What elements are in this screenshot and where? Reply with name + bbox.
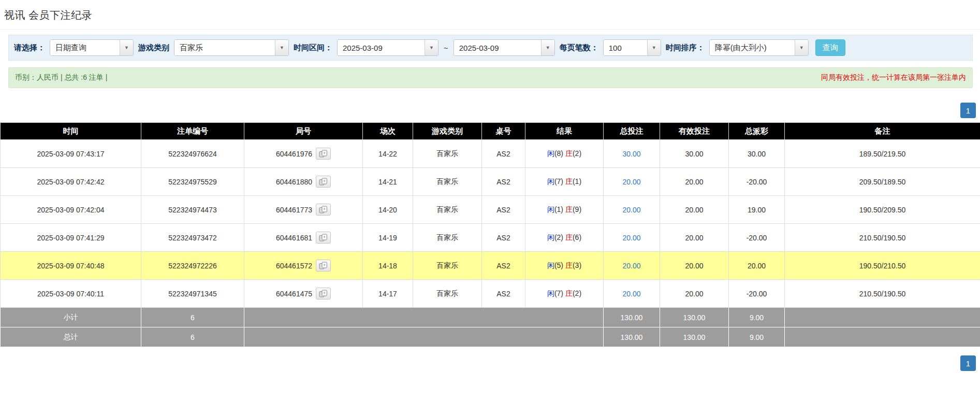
game-type-cell: 百家乐 <box>413 168 482 196</box>
summary-payout-cell: 9.00 <box>729 327 785 347</box>
table-no-cell: AS2 <box>482 168 525 196</box>
game-type-input[interactable] <box>174 40 275 55</box>
player-result-label: 闲 <box>547 233 554 241</box>
time-cell: 2025-03-09 07:40:11 <box>1 280 141 308</box>
game-type-cell: 百家乐 <box>413 224 482 252</box>
table-row: 2025-03-09 07:43:17522324976624604461976… <box>1 140 980 168</box>
header-cell: 游戏类别 <box>413 123 482 140</box>
session-cell: 14-20 <box>363 196 413 224</box>
chevron-down-icon[interactable]: ▼ <box>647 40 661 55</box>
view-cards-button[interactable] <box>316 288 331 299</box>
bet-id-cell: 522324975529 <box>141 168 244 196</box>
chevron-down-icon[interactable]: ▼ <box>795 40 808 55</box>
date-from-input[interactable] <box>338 40 425 55</box>
payout-cell: 30.00 <box>729 140 785 168</box>
search-button[interactable]: 查询 <box>815 39 845 56</box>
query-type-label: 请选择： <box>14 43 45 53</box>
view-cards-button[interactable] <box>316 260 331 272</box>
total-bet-link[interactable]: 30.00 <box>622 150 640 158</box>
time-cell: 2025-03-09 07:40:48 <box>1 252 141 280</box>
chevron-down-icon[interactable]: ▼ <box>541 40 554 55</box>
date-from-picker[interactable]: ▼ <box>337 39 438 56</box>
date-range-separator: ~ <box>443 44 449 52</box>
round-id: 604461572 <box>276 262 312 270</box>
total-bet-link[interactable]: 20.00 <box>622 234 640 242</box>
total-bet-link[interactable]: 20.00 <box>622 262 640 270</box>
date-to-picker[interactable]: ▼ <box>454 39 555 56</box>
summary-valid-bet-cell: 130.00 <box>660 308 729 327</box>
page-root: 视讯 会员下注纪录 请选择： ▼ 游戏类别 ▼ 时间区间： ▼ ~ ▼ 每页笔数… <box>0 0 980 414</box>
page-size-combobox[interactable]: ▼ <box>603 39 661 56</box>
time-sort-combobox[interactable]: ▼ <box>709 39 809 56</box>
view-cards-button[interactable] <box>316 204 331 216</box>
total-bet-link[interactable]: 20.00 <box>622 206 640 214</box>
note-cell: 190.50/209.50 <box>785 196 980 224</box>
session-cell: 14-21 <box>363 168 413 196</box>
valid-bet-cell: 20.00 <box>660 168 729 196</box>
bet-id-cell: 522324974473 <box>141 196 244 224</box>
chevron-down-icon[interactable]: ▼ <box>425 40 438 55</box>
valid-bet-cell: 20.00 <box>660 252 729 280</box>
summary-empty-cell <box>244 327 604 347</box>
bet-id-cell: 522324973472 <box>141 224 244 252</box>
date-to-input[interactable] <box>454 40 541 55</box>
page-size-input[interactable] <box>604 40 647 55</box>
round-cell: 604461773 <box>244 196 363 224</box>
total-bet-link[interactable]: 20.00 <box>622 178 640 186</box>
table-row: 2025-03-09 07:42:04522324974473604461773… <box>1 196 980 224</box>
chevron-down-icon[interactable]: ▼ <box>275 40 288 55</box>
game-type-cell: 百家乐 <box>413 140 482 168</box>
payout-cell: 20.00 <box>729 252 785 280</box>
header-cell: 结果 <box>525 123 604 140</box>
total-bet-cell: 20.00 <box>604 168 660 196</box>
table-no-cell: AS2 <box>482 280 525 308</box>
page-button-1[interactable]: 1 <box>960 355 976 371</box>
note-cell: 209.50/189.50 <box>785 168 980 196</box>
chevron-down-icon[interactable]: ▼ <box>120 40 133 55</box>
view-cards-button[interactable] <box>316 148 331 160</box>
bet-id-cell: 522324976624 <box>141 140 244 168</box>
total-bet-cell: 20.00 <box>604 280 660 308</box>
table-row: 2025-03-09 07:41:29522324973472604461681… <box>1 224 980 252</box>
view-cards-button[interactable] <box>316 176 331 188</box>
note-cell: 210.50/190.50 <box>785 224 980 252</box>
summary-valid-bet-cell: 130.00 <box>660 327 729 347</box>
total-bet-cell: 20.00 <box>604 224 660 252</box>
time-cell: 2025-03-09 07:42:04 <box>1 196 141 224</box>
header-cell: 时间 <box>1 123 141 140</box>
total-bet-link[interactable]: 20.00 <box>622 290 640 298</box>
view-cards-button[interactable] <box>316 232 331 244</box>
summary-note-cell <box>785 327 980 347</box>
result-cell: 闲(2) 庄(6) <box>525 224 604 252</box>
round-cell: 604461976 <box>244 140 363 168</box>
round-cell: 604461572 <box>244 252 363 280</box>
session-cell: 14-17 <box>363 280 413 308</box>
table-header-row: 时间注单编号局号场次游戏类别桌号结果总投注有效投注总派彩备注 <box>1 123 980 140</box>
valid-bet-notice: 同局有效投注，统一计算在该局第一张注单内 <box>821 73 966 82</box>
query-type-input[interactable] <box>50 40 120 55</box>
time-sort-input[interactable] <box>710 40 795 55</box>
time-cell: 2025-03-09 07:41:29 <box>1 224 141 252</box>
grand-total-row: 总计6130.00130.009.00 <box>1 327 980 347</box>
game-type-cell: 百家乐 <box>413 196 482 224</box>
query-type-combobox[interactable]: ▼ <box>50 39 134 56</box>
records-table: 时间注单编号局号场次游戏类别桌号结果总投注有效投注总派彩备注 2025-03-0… <box>0 122 980 347</box>
page-button-1[interactable]: 1 <box>960 103 976 118</box>
total-bet-cell: 20.00 <box>604 196 660 224</box>
summary-count-cell: 6 <box>141 308 244 327</box>
note-cell: 210.50/190.50 <box>785 280 980 308</box>
total-bet-cell: 20.00 <box>604 252 660 280</box>
header-block: 视讯 会员下注纪录 <box>0 0 980 30</box>
date-range-label: 时间区间： <box>294 43 332 53</box>
banker-result-label: 庄 <box>565 233 573 241</box>
header-cell: 有效投注 <box>660 123 729 140</box>
game-type-combobox[interactable]: ▼ <box>174 39 289 56</box>
result-cell: 闲(7) 庄(2) <box>525 280 604 308</box>
banker-result-value: (3) <box>573 261 581 269</box>
filter-bar: 请选择： ▼ 游戏类别 ▼ 时间区间： ▼ ~ ▼ 每页笔数： ▼ 时间排序： … <box>8 35 973 61</box>
payout-cell: 19.00 <box>729 196 785 224</box>
game-type-cell: 百家乐 <box>413 280 482 308</box>
header-cell: 场次 <box>363 123 413 140</box>
banker-result-value: (1) <box>573 177 581 185</box>
records-tbody: 2025-03-09 07:43:17522324976624604461976… <box>1 140 980 308</box>
